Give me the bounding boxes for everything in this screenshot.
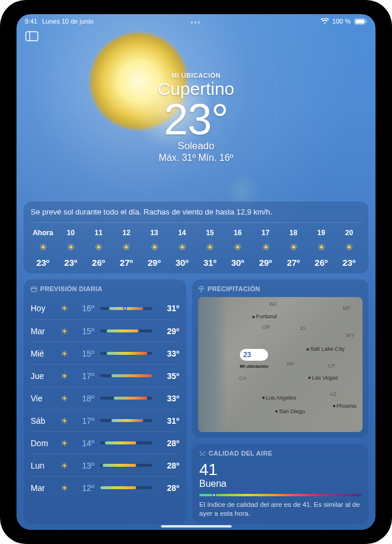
map-city-label: CA	[239, 375, 247, 381]
precipitation-map[interactable]: 23 Mi ubicación PortlandWAMTORIDWYSalt L…	[198, 297, 363, 432]
sun-icon: ☀︎	[206, 242, 214, 253]
hour-item[interactable]: 14☀︎30º	[170, 229, 195, 268]
hour-item[interactable]: 20☀︎23º	[337, 229, 361, 268]
sun-icon: ☀︎	[55, 394, 73, 403]
daily-forecast-card[interactable]: PREVISIÓN DIARIA Hoy☀︎16º31ºMar☀︎15º29ºM…	[24, 279, 186, 524]
temp-range-bar	[100, 464, 152, 467]
daily-row[interactable]: Lun☀︎13º28º	[31, 454, 179, 476]
hour-item[interactable]: 18☀︎27º	[281, 229, 306, 268]
hour-label: 20	[345, 229, 353, 237]
day-low: 13º	[73, 461, 94, 470]
current-weather-header: MI UBICACIÓN Cupertino 23° Soleado Máx. …	[17, 72, 375, 163]
hour-label: 18	[289, 229, 297, 237]
day-high: 33º	[158, 394, 179, 403]
sun-icon: ☀︎	[55, 304, 73, 313]
air-quality-card[interactable]: CALIDAD DEL AIRE 41 Buena El índice de c…	[192, 444, 368, 524]
hour-item[interactable]: 10☀︎23º	[58, 229, 83, 268]
temp-range-bar	[100, 397, 152, 400]
map-location-pin[interactable]: 23 Mi ubicación	[240, 349, 268, 369]
precipitation-map-card[interactable]: PRECIPITACIÓN 23 Mi ubicación PortlandWA…	[192, 279, 368, 438]
day-label: Sáb	[31, 416, 55, 426]
screen: 9:41 Lunes 10 de junio 100 % ••• MI UBIC…	[17, 14, 375, 530]
hour-label: 15	[206, 229, 213, 237]
sun-icon: ☀︎	[122, 242, 130, 253]
sun-icon: ☀︎	[178, 242, 186, 253]
sun-icon: ☀︎	[55, 371, 73, 381]
day-high: 33º	[158, 349, 179, 358]
aqi-icon	[199, 450, 206, 457]
sidebar-toggle-button[interactable]	[24, 29, 40, 42]
svg-point-10	[200, 454, 202, 456]
hour-label: 12	[123, 229, 130, 237]
day-high: 28º	[158, 461, 179, 470]
day-low: 17º	[73, 416, 94, 426]
status-time: 9:41	[25, 18, 37, 25]
hour-item[interactable]: 11☀︎26º	[86, 229, 111, 268]
precipitation-title: PRECIPITACIÓN	[198, 285, 363, 292]
map-city-label: San Diego	[275, 408, 305, 414]
sun-icon: ☀︎	[317, 242, 325, 253]
daily-row[interactable]: Vie☀︎18º33º	[31, 387, 179, 409]
hour-temp: 29º	[148, 258, 161, 268]
day-high: 31º	[158, 304, 179, 313]
map-city-label: ID	[300, 325, 305, 331]
map-city-label: NV	[287, 361, 295, 367]
hour-temp: 23º	[342, 258, 355, 268]
hour-item[interactable]: Ahora☀︎23º	[31, 229, 55, 268]
daily-row[interactable]: Hoy☀︎16º31º	[31, 297, 179, 319]
day-high: 28º	[158, 483, 179, 493]
sun-icon: ☀︎	[233, 242, 242, 253]
day-low: 15º	[73, 349, 94, 358]
battery-icon	[354, 18, 367, 25]
day-label: Mié	[31, 349, 55, 358]
day-label: Hoy	[31, 304, 55, 313]
hour-temp: 23º	[64, 258, 77, 268]
temp-range-bar	[100, 419, 152, 422]
hour-temp: 26º	[315, 258, 328, 268]
sun-icon: ☀︎	[94, 242, 103, 253]
hour-item[interactable]: 19☀︎26º	[309, 229, 334, 268]
map-city-label: Los Angeles	[262, 394, 297, 401]
hour-item[interactable]: 15☀︎31º	[197, 229, 222, 268]
hour-item[interactable]: 17☀︎29º	[253, 229, 278, 268]
status-date: Lunes 10 de junio	[42, 18, 93, 25]
sun-icon: ☀︎	[39, 242, 47, 253]
daily-row[interactable]: Mar☀︎15º29º	[31, 319, 179, 342]
sun-icon: ☀︎	[67, 242, 75, 253]
wifi-icon	[321, 18, 329, 24]
aqi-scale-bar	[199, 494, 361, 496]
map-city-label: Phoenix	[333, 403, 357, 409]
svg-point-8	[202, 453, 203, 454]
hourly-forecast-card[interactable]: Se prevé sol durante todo el día. Rachas…	[24, 202, 368, 273]
map-city-label: MT	[343, 305, 351, 311]
umbrella-icon	[198, 286, 205, 292]
daily-row[interactable]: Jue☀︎17º35º	[31, 364, 179, 387]
home-indicator[interactable]	[161, 525, 232, 527]
hourly-summary-text: Se prevé sol durante todo el día. Rachas…	[31, 207, 361, 223]
hour-temp: 30º	[231, 258, 244, 268]
hour-temp: 30º	[176, 258, 189, 268]
svg-point-9	[204, 451, 205, 453]
day-label: Mar	[31, 483, 55, 493]
daily-row[interactable]: Mar☀︎12º28º	[31, 476, 179, 499]
hour-item[interactable]: 16☀︎30º	[226, 229, 251, 268]
svg-point-7	[200, 451, 201, 453]
sun-icon: ☀︎	[55, 416, 73, 426]
multitask-dots-icon[interactable]: •••	[190, 19, 202, 27]
air-quality-title: CALIDAD DEL AIRE	[199, 450, 361, 457]
day-low: 18º	[73, 394, 94, 403]
hour-item[interactable]: 13☀︎29º	[142, 229, 167, 268]
hourly-forecast-row[interactable]: Ahora☀︎23º10☀︎23º11☀︎26º12☀︎27º13☀︎29º14…	[31, 229, 361, 268]
map-city-label: Las Vegas	[308, 374, 338, 381]
hour-temp: 27º	[120, 258, 133, 268]
daily-forecast-list: Hoy☀︎16º31ºMar☀︎15º29ºMié☀︎15º33ºJue☀︎17…	[31, 297, 179, 499]
day-low: 12º	[73, 483, 94, 493]
hour-item[interactable]: 12☀︎27º	[114, 229, 139, 268]
sun-icon: ☀︎	[345, 242, 353, 253]
map-city-label: WY	[346, 332, 355, 338]
daily-row[interactable]: Sáb☀︎17º31º	[31, 409, 179, 431]
daily-row[interactable]: Dom☀︎14º28º	[31, 431, 179, 454]
temp-range-bar	[100, 329, 152, 332]
hour-label: 13	[150, 229, 158, 237]
daily-row[interactable]: Mié☀︎15º33º	[31, 342, 179, 364]
